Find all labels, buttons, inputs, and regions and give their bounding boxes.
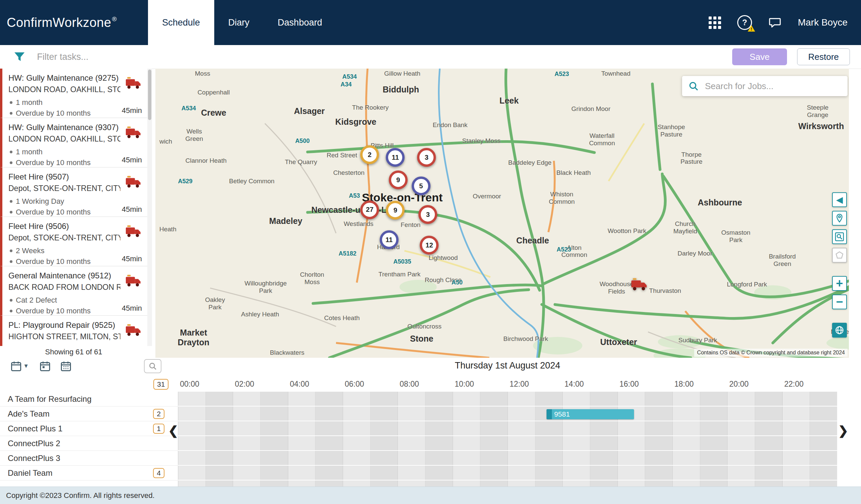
map-cluster-marker[interactable]: 27: [360, 200, 379, 219]
task-location: LONDON ROAD, OAKHILL, STOKE...: [9, 85, 120, 94]
map-place-label: Whiston Common: [549, 191, 575, 206]
timeline-rows: A Team for ResurfacingAde's Team2Connect…: [0, 392, 861, 487]
timeline-row[interactable]: A Team for Resurfacing: [0, 392, 861, 406]
task-attribute: Overdue by 10 months: [9, 108, 120, 119]
map-cluster-marker[interactable]: 11: [386, 148, 405, 167]
task-attribute: Cat 2 Defect: [9, 295, 120, 306]
tab-dashboard[interactable]: Dashboard: [264, 0, 336, 45]
map-search-input[interactable]: [704, 81, 848, 92]
map-cluster-marker[interactable]: 9: [389, 170, 408, 189]
tab-schedule[interactable]: Schedule: [148, 0, 214, 45]
map-place-label: Brailsford Green: [769, 253, 796, 268]
task-card[interactable]: PL: Playground Repair (9525)HIGHTON STRE…: [0, 316, 147, 346]
timeline-prev-arrow[interactable]: ❮: [168, 424, 178, 438]
task-duration: 45min: [122, 254, 142, 263]
map-cluster-marker[interactable]: 5: [412, 177, 430, 195]
gantt-task-bar[interactable]: 9581: [547, 409, 634, 419]
timeline-next-arrow[interactable]: ❯: [838, 424, 848, 438]
task-attribute: 1 Working Day: [9, 196, 120, 207]
row-grid-area[interactable]: [178, 466, 861, 480]
help-icon[interactable]: ? !: [737, 15, 752, 30]
task-attribute: Overdue by 10 months: [9, 157, 120, 168]
task-card[interactable]: HW: Gully Maintenance (9275)LONDON ROAD,…: [0, 69, 147, 118]
restore-button[interactable]: Restore: [797, 48, 850, 65]
map-place-label: Birchwood Park: [504, 335, 548, 342]
map-place-label: Black Heath: [556, 169, 591, 177]
map-town-label: Wirksworth: [798, 121, 844, 131]
maintenance-vehicle-icon: [125, 323, 142, 337]
team-name: Ade's Team: [8, 409, 50, 419]
task-card[interactable]: Fleet Hire (9506)Depot, STOKE-ON-TRENT, …: [0, 217, 147, 266]
map-place-label: Wells Green: [185, 128, 203, 142]
task-list-scrollbar[interactable]: [147, 69, 152, 346]
map-place-label: Blackwaters: [270, 349, 304, 356]
timeline-row[interactable]: Ade's Team2: [0, 406, 861, 421]
hour-label: 00:00: [180, 380, 200, 389]
apps-grid-icon[interactable]: [709, 16, 721, 29]
tab-diary[interactable]: Diary: [214, 0, 264, 45]
map-place-label: Lightwood: [428, 254, 458, 262]
map-polygon-select-button[interactable]: [832, 248, 847, 263]
map-place-label: Waterfall Common: [589, 132, 615, 147]
timeline-row[interactable]: ConnectPlus 2: [0, 436, 861, 451]
row-grid-area[interactable]: [178, 421, 861, 436]
task-card[interactable]: Fleet Hire (9507)Depot, STOKE-ON-TRENT, …: [0, 167, 147, 217]
filter-icon[interactable]: [13, 50, 26, 64]
task-title: HW: Gully Maintenance (9307): [9, 123, 120, 132]
row-grid-area[interactable]: [178, 451, 861, 466]
zoom-in-button[interactable]: +: [832, 276, 847, 291]
filter-tasks-input[interactable]: [36, 52, 732, 62]
map-collapse-button[interactable]: ◀: [832, 192, 847, 207]
map-globe-button[interactable]: [832, 323, 847, 338]
map-place-label: Darley Moor: [678, 250, 712, 257]
map-layers-button[interactable]: [832, 211, 847, 226]
filter-bar: Save Restore: [0, 45, 861, 69]
timeline-row[interactable]: Daniel Team4: [0, 466, 861, 480]
map-place-label: The Quarry: [285, 158, 317, 166]
map-place-label: Gillow Heath: [384, 70, 420, 78]
map-road-label: A500: [295, 138, 310, 144]
map-place-label: Longford Park: [727, 281, 767, 288]
app-logo-text: ConfirmWorkzone: [7, 15, 111, 30]
calendar-day-button[interactable]: [39, 360, 54, 373]
row-grid-area[interactable]: [178, 480, 861, 487]
save-button[interactable]: Save: [732, 48, 787, 65]
map-cluster-marker[interactable]: 3: [417, 148, 436, 167]
chat-icon[interactable]: [768, 16, 782, 29]
map-place-label: Overmoor: [473, 193, 501, 200]
map-place-label: Fenton: [400, 221, 420, 229]
hour-label: 02:00: [235, 380, 254, 389]
map-vehicle-marker[interactable]: [631, 277, 648, 292]
row-grid-area[interactable]: [178, 406, 861, 421]
team-name: ConnectPlus 3: [8, 453, 60, 463]
schedule-search-button[interactable]: [144, 359, 161, 373]
row-grid-area[interactable]: [178, 392, 861, 406]
row-grid-area[interactable]: [178, 436, 861, 451]
calendar-select-button[interactable]: ▼: [10, 360, 31, 373]
task-card[interactable]: General Maintenance (9512)BACK ROAD FROM…: [0, 266, 147, 316]
zoom-out-button[interactable]: −: [832, 295, 847, 309]
map-cluster-marker[interactable]: 2: [360, 145, 379, 164]
map-cluster-marker[interactable]: 9: [386, 201, 405, 220]
hour-label: 14:00: [564, 380, 584, 389]
scrollbar-thumb[interactable]: [148, 70, 151, 120]
timeline-row[interactable]: [0, 480, 861, 487]
map-cluster-marker[interactable]: 12: [420, 236, 439, 254]
task-duration: 45min: [122, 156, 142, 164]
timeline-row[interactable]: ConnectPlus 3: [0, 451, 861, 466]
task-attribute: Overdue by 10 months: [9, 306, 120, 317]
user-menu[interactable]: Mark Boyce: [798, 17, 848, 28]
map-cluster-marker[interactable]: 3: [419, 205, 437, 224]
gantt-bar-handle[interactable]: [547, 409, 552, 419]
navbar-actions: ? ! Mark Boyce: [709, 0, 861, 45]
map-cluster-marker[interactable]: 11: [380, 230, 398, 249]
task-card[interactable]: HW: Gully Maintenance (9307)LONDON ROAD,…: [0, 118, 147, 167]
map-zoom-search-button[interactable]: [832, 229, 847, 244]
map[interactable]: Stoke-on-TrentBiddulphLeekCreweAlsagerKi…: [155, 69, 849, 358]
hour-label: 04:00: [290, 380, 310, 389]
timeline-axis: 31 00:0002:0004:0006:0008:0010:0012:0014…: [0, 374, 861, 392]
calendar-month-button[interactable]: [60, 360, 75, 373]
timeline-row[interactable]: Connect Plus 11: [0, 421, 861, 436]
gantt-bar-label: 9581: [552, 410, 570, 418]
map-road-label: A534: [181, 104, 196, 112]
